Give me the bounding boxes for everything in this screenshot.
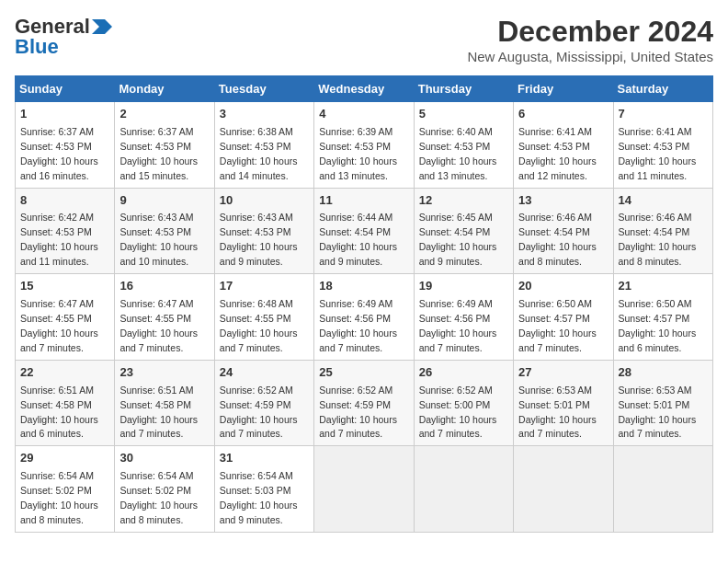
main-title: December 2024	[467, 15, 713, 49]
day-number: 14	[619, 192, 708, 210]
day-number: 10	[220, 192, 309, 210]
calendar-cell: 9Sunrise: 6:43 AM Sunset: 4:53 PM Daylig…	[115, 188, 214, 274]
col-header-wednesday: Wednesday	[314, 76, 414, 102]
subtitle: New Augusta, Mississippi, United States	[467, 49, 713, 64]
calendar-cell: 10Sunrise: 6:43 AM Sunset: 4:53 PM Dayli…	[214, 188, 313, 274]
day-number: 7	[619, 106, 708, 123]
day-info: Sunrise: 6:40 AM Sunset: 4:53 PM Dayligh…	[419, 126, 497, 181]
col-header-saturday: Saturday	[613, 76, 712, 102]
calendar-header-row: SundayMondayTuesdayWednesdayThursdayFrid…	[16, 76, 713, 102]
day-number: 16	[119, 278, 209, 295]
calendar-cell: 31Sunrise: 6:54 AM Sunset: 5:03 PM Dayli…	[214, 446, 313, 533]
calendar-cell	[314, 446, 414, 533]
calendar-cell: 19Sunrise: 6:49 AM Sunset: 4:56 PM Dayli…	[414, 274, 513, 361]
day-info: Sunrise: 6:49 AM Sunset: 4:56 PM Dayligh…	[319, 298, 397, 353]
day-number: 20	[518, 278, 608, 295]
day-info: Sunrise: 6:49 AM Sunset: 4:56 PM Dayligh…	[419, 298, 497, 353]
day-number: 1	[20, 106, 109, 123]
day-info: Sunrise: 6:51 AM Sunset: 4:58 PM Dayligh…	[20, 385, 98, 440]
day-info: Sunrise: 6:54 AM Sunset: 5:02 PM Dayligh…	[119, 470, 198, 525]
day-info: Sunrise: 6:48 AM Sunset: 4:55 PM Dayligh…	[220, 298, 298, 353]
calendar-cell: 22Sunrise: 6:51 AM Sunset: 4:58 PM Dayli…	[16, 360, 115, 446]
calendar-cell: 2Sunrise: 6:37 AM Sunset: 4:53 PM Daylig…	[115, 102, 214, 189]
calendar-cell: 21Sunrise: 6:50 AM Sunset: 4:57 PM Dayli…	[613, 274, 712, 361]
day-number: 27	[518, 364, 608, 382]
day-number: 8	[20, 192, 109, 210]
day-number: 31	[220, 450, 309, 467]
logo-arrow-icon	[92, 19, 112, 34]
calendar-cell: 7Sunrise: 6:41 AM Sunset: 4:53 PM Daylig…	[613, 102, 712, 189]
week-row-1: 1Sunrise: 6:37 AM Sunset: 4:53 PM Daylig…	[16, 102, 713, 189]
day-info: Sunrise: 6:44 AM Sunset: 4:54 PM Dayligh…	[319, 212, 397, 267]
col-header-monday: Monday	[115, 76, 214, 102]
calendar-table: SundayMondayTuesdayWednesdayThursdayFrid…	[15, 75, 713, 533]
day-number: 9	[119, 192, 209, 210]
day-info: Sunrise: 6:53 AM Sunset: 5:01 PM Dayligh…	[619, 385, 697, 440]
calendar-cell	[414, 446, 513, 533]
day-info: Sunrise: 6:50 AM Sunset: 4:57 PM Dayligh…	[619, 298, 697, 353]
calendar-cell: 16Sunrise: 6:47 AM Sunset: 4:55 PM Dayli…	[115, 274, 214, 361]
day-number: 24	[220, 364, 309, 382]
svg-marker-0	[92, 19, 112, 34]
calendar-cell: 23Sunrise: 6:51 AM Sunset: 4:58 PM Dayli…	[115, 360, 214, 446]
day-info: Sunrise: 6:38 AM Sunset: 4:53 PM Dayligh…	[220, 126, 298, 181]
calendar-cell: 27Sunrise: 6:53 AM Sunset: 5:01 PM Dayli…	[514, 360, 613, 446]
day-info: Sunrise: 6:43 AM Sunset: 4:53 PM Dayligh…	[220, 212, 298, 267]
day-info: Sunrise: 6:52 AM Sunset: 4:59 PM Dayligh…	[319, 385, 397, 440]
day-number: 30	[119, 450, 209, 467]
calendar-cell: 4Sunrise: 6:39 AM Sunset: 4:53 PM Daylig…	[314, 102, 414, 189]
day-info: Sunrise: 6:54 AM Sunset: 5:02 PM Dayligh…	[20, 470, 98, 525]
calendar-cell: 3Sunrise: 6:38 AM Sunset: 4:53 PM Daylig…	[214, 102, 313, 189]
day-number: 25	[319, 364, 408, 382]
day-info: Sunrise: 6:41 AM Sunset: 4:53 PM Dayligh…	[619, 126, 697, 181]
calendar-cell: 26Sunrise: 6:52 AM Sunset: 5:00 PM Dayli…	[414, 360, 513, 446]
calendar-cell	[514, 446, 613, 533]
day-number: 11	[319, 192, 408, 210]
day-number: 28	[619, 364, 708, 382]
day-info: Sunrise: 6:46 AM Sunset: 4:54 PM Dayligh…	[518, 212, 597, 267]
calendar-cell: 14Sunrise: 6:46 AM Sunset: 4:54 PM Dayli…	[613, 188, 712, 274]
day-number: 15	[20, 278, 109, 295]
header: General Blue December 2024 New Augusta, …	[15, 15, 713, 64]
col-header-tuesday: Tuesday	[214, 76, 313, 102]
day-info: Sunrise: 6:46 AM Sunset: 4:54 PM Dayligh…	[619, 212, 697, 267]
calendar-cell: 11Sunrise: 6:44 AM Sunset: 4:54 PM Dayli…	[314, 188, 414, 274]
day-number: 4	[319, 106, 408, 123]
calendar-cell: 24Sunrise: 6:52 AM Sunset: 4:59 PM Dayli…	[214, 360, 313, 446]
col-header-sunday: Sunday	[16, 76, 115, 102]
day-number: 13	[518, 192, 608, 210]
day-number: 12	[419, 192, 508, 210]
day-info: Sunrise: 6:47 AM Sunset: 4:55 PM Dayligh…	[119, 298, 198, 353]
day-number: 19	[419, 278, 508, 295]
calendar-cell: 8Sunrise: 6:42 AM Sunset: 4:53 PM Daylig…	[16, 188, 115, 274]
calendar-cell: 17Sunrise: 6:48 AM Sunset: 4:55 PM Dayli…	[214, 274, 313, 361]
calendar-cell: 1Sunrise: 6:37 AM Sunset: 4:53 PM Daylig…	[16, 102, 115, 189]
day-info: Sunrise: 6:42 AM Sunset: 4:53 PM Dayligh…	[20, 212, 98, 267]
week-row-3: 15Sunrise: 6:47 AM Sunset: 4:55 PM Dayli…	[16, 274, 713, 361]
day-info: Sunrise: 6:51 AM Sunset: 4:58 PM Dayligh…	[119, 385, 198, 440]
title-section: December 2024 New Augusta, Mississippi, …	[467, 15, 713, 64]
col-header-thursday: Thursday	[414, 76, 513, 102]
day-info: Sunrise: 6:54 AM Sunset: 5:03 PM Dayligh…	[220, 470, 298, 525]
day-number: 23	[119, 364, 209, 382]
day-info: Sunrise: 6:52 AM Sunset: 5:00 PM Dayligh…	[419, 385, 497, 440]
calendar-cell: 18Sunrise: 6:49 AM Sunset: 4:56 PM Dayli…	[314, 274, 414, 361]
week-row-5: 29Sunrise: 6:54 AM Sunset: 5:02 PM Dayli…	[16, 446, 713, 533]
day-number: 22	[20, 364, 109, 382]
calendar-cell: 15Sunrise: 6:47 AM Sunset: 4:55 PM Dayli…	[16, 274, 115, 361]
day-number: 17	[220, 278, 309, 295]
logo: General Blue	[15, 15, 112, 59]
day-number: 21	[619, 278, 708, 295]
calendar-cell: 13Sunrise: 6:46 AM Sunset: 4:54 PM Dayli…	[514, 188, 613, 274]
calendar-cell: 6Sunrise: 6:41 AM Sunset: 4:53 PM Daylig…	[514, 102, 613, 189]
day-number: 26	[419, 364, 508, 382]
day-info: Sunrise: 6:39 AM Sunset: 4:53 PM Dayligh…	[319, 126, 397, 181]
calendar-cell: 12Sunrise: 6:45 AM Sunset: 4:54 PM Dayli…	[414, 188, 513, 274]
week-row-4: 22Sunrise: 6:51 AM Sunset: 4:58 PM Dayli…	[16, 360, 713, 446]
day-info: Sunrise: 6:47 AM Sunset: 4:55 PM Dayligh…	[20, 298, 98, 353]
day-info: Sunrise: 6:37 AM Sunset: 4:53 PM Dayligh…	[20, 126, 98, 181]
week-row-2: 8Sunrise: 6:42 AM Sunset: 4:53 PM Daylig…	[16, 188, 713, 274]
calendar-cell: 5Sunrise: 6:40 AM Sunset: 4:53 PM Daylig…	[414, 102, 513, 189]
calendar-cell: 28Sunrise: 6:53 AM Sunset: 5:01 PM Dayli…	[613, 360, 712, 446]
day-number: 29	[20, 450, 109, 467]
